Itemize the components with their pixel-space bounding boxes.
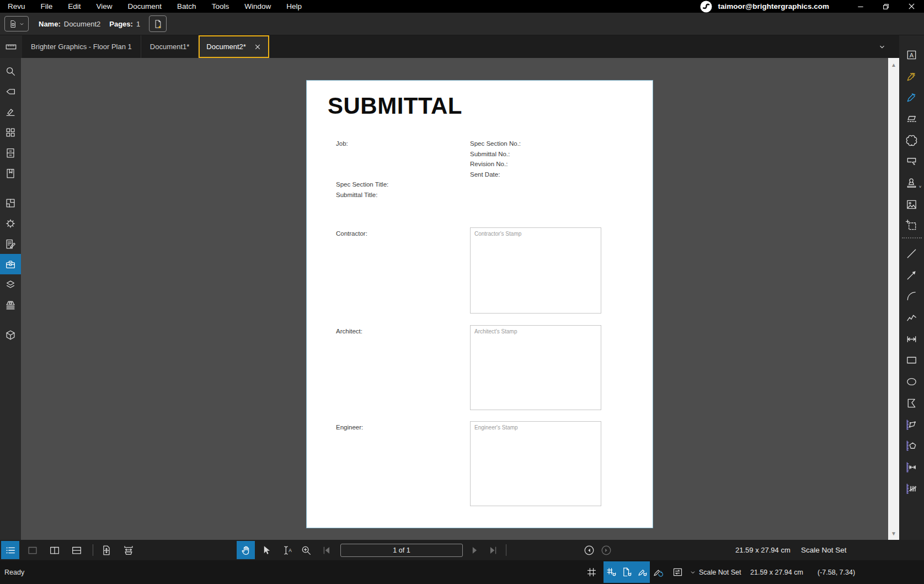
architect-stamp-field[interactable]: Architect's Stamp: [470, 325, 601, 410]
menu-window[interactable]: Window: [237, 0, 279, 13]
scale-dropdown[interactable]: Scale Not Set: [690, 560, 741, 584]
close-button[interactable]: [899, 0, 924, 13]
search-icon: [4, 65, 17, 77]
menu-edit[interactable]: Edit: [60, 0, 88, 13]
sidebar-item-tag[interactable]: [0, 81, 21, 102]
sidebar-item-thumbnails[interactable]: [0, 122, 21, 142]
snap-grid-toggle[interactable]: [603, 561, 619, 583]
markup-list-button[interactable]: [1, 541, 19, 559]
tool-arrow[interactable]: [901, 264, 923, 286]
page-indicator[interactable]: 1 of 1: [340, 544, 463, 557]
tool-ellipse[interactable]: [901, 371, 923, 392]
tool-pen-yellow[interactable]: [901, 66, 923, 87]
sidebar-item-studio[interactable]: [0, 325, 21, 345]
split-vertical-button[interactable]: [45, 541, 63, 559]
fit-page-icon: [100, 544, 113, 556]
tool-dimension[interactable]: [901, 328, 923, 350]
scale-readout[interactable]: Scale Not Set: [801, 540, 847, 560]
markup-reuse-toggle[interactable]: [650, 561, 665, 583]
last-page-button[interactable]: [484, 541, 502, 559]
sidebar-item-settings[interactable]: [0, 213, 21, 233]
menu-help[interactable]: Help: [279, 0, 309, 13]
snap-markup-toggle[interactable]: [634, 561, 650, 583]
doc-name-label: Name:: [39, 20, 61, 28]
sidebar-item-tool-chest[interactable]: [0, 254, 21, 274]
tool-note-text[interactable]: A: [901, 44, 923, 66]
menu-revu[interactable]: Revu: [0, 0, 33, 13]
engineer-stamp-field[interactable]: Engineer's Stamp: [470, 421, 601, 506]
tool-measure-area[interactable]: [901, 435, 923, 456]
menu-tools[interactable]: Tools: [204, 0, 237, 13]
arrow-icon: [905, 269, 918, 282]
sidebar-item-signature[interactable]: [0, 102, 21, 122]
previous-view-button[interactable]: [580, 541, 598, 559]
tab-floor-plan[interactable]: Brighter Graphics - Floor Plan 1: [22, 35, 141, 58]
3d-model-icon: [4, 299, 17, 311]
tool-measure-perimeter[interactable]: [901, 414, 923, 436]
minimize-button[interactable]: [848, 0, 873, 13]
scroll-down-icon[interactable]: ▼: [888, 528, 899, 539]
new-page-button[interactable]: [149, 15, 167, 32]
sidebar-item-spaces[interactable]: [0, 193, 21, 213]
sidebar-item-3d-model[interactable]: [0, 295, 21, 315]
first-page-button[interactable]: [317, 541, 335, 559]
bookmarks-icon: [4, 167, 17, 179]
tab-overflow-chevron-icon[interactable]: [878, 35, 886, 58]
menu-file[interactable]: File: [33, 0, 61, 13]
tool-cloud[interactable]: [901, 130, 923, 151]
scroll-up-icon[interactable]: ▲: [888, 59, 899, 70]
menu-batch[interactable]: Batch: [169, 0, 204, 13]
tab-close-icon[interactable]: [254, 43, 261, 51]
fit-width-button[interactable]: [119, 541, 137, 559]
ruler-icon[interactable]: [0, 35, 22, 58]
pdf-page[interactable]: SUBMITTAL Job: Spec Section No.: Submitt…: [307, 81, 653, 528]
tool-arc[interactable]: [901, 286, 923, 307]
toolbar-separator: [506, 544, 506, 556]
sidebar-item-file-access[interactable]: [0, 142, 21, 163]
image-icon: [905, 198, 918, 211]
doc-name-value: Document2: [64, 20, 100, 28]
chevron-down-icon[interactable]: ˅: [919, 184, 922, 189]
sidebar-item-search[interactable]: [0, 61, 21, 81]
next-view-button[interactable]: [597, 541, 615, 559]
markup-summary-icon: [4, 238, 17, 250]
single-pane-button[interactable]: [23, 541, 41, 559]
vertical-scrollbar[interactable]: ▲ ▼: [888, 58, 899, 540]
sidebar-item-bookmarks[interactable]: [0, 163, 21, 183]
restore-button[interactable]: [873, 0, 899, 13]
split-horizontal-button[interactable]: [67, 541, 86, 559]
tool-pen-blue[interactable]: [901, 87, 923, 108]
tool-measure-length[interactable]: [901, 456, 923, 478]
next-page-button[interactable]: [465, 541, 483, 559]
tool-callout[interactable]: [901, 151, 923, 172]
tool-polygon[interactable]: [901, 392, 923, 414]
tool-highlighter[interactable]: [901, 108, 923, 130]
zoom-button[interactable]: [297, 541, 316, 559]
sync-views-toggle[interactable]: [670, 561, 685, 583]
measure-perimeter-icon: [905, 418, 918, 431]
tool-snapshot[interactable]: [901, 215, 923, 237]
tool-line[interactable]: [901, 243, 923, 264]
sidebar-item-layers[interactable]: [0, 274, 21, 295]
tab-document1[interactable]: Document1*: [141, 35, 199, 58]
snap-document-toggle[interactable]: [619, 561, 634, 583]
sidebar-item-markup-summary[interactable]: [0, 233, 21, 254]
document-menu-button[interactable]: [4, 16, 29, 31]
menu-document[interactable]: Document: [120, 0, 170, 13]
select-text-button[interactable]: A: [277, 541, 295, 559]
fit-page-button[interactable]: [97, 541, 115, 559]
tool-measure-count[interactable]: [901, 478, 923, 500]
tool-image[interactable]: [901, 194, 923, 215]
tool-polyline[interactable]: [901, 307, 923, 328]
pan-button[interactable]: [237, 541, 255, 559]
tool-rectangle[interactable]: [901, 350, 923, 371]
tab-document2[interactable]: Document2*: [199, 35, 269, 58]
document-canvas[interactable]: SUBMITTAL Job: Spec Section No.: Submitt…: [21, 58, 888, 540]
grid-toggle[interactable]: [584, 561, 599, 583]
left-fields: Spec Section Title: Submittal Title:: [336, 179, 388, 200]
user-email[interactable]: taimoor@brightergraphics.com: [718, 2, 829, 10]
contractor-stamp-field[interactable]: Contractor's Stamp: [470, 227, 601, 314]
tool-stamp[interactable]: ˅: [901, 172, 923, 194]
menu-view[interactable]: View: [89, 0, 120, 13]
select-button[interactable]: [257, 541, 275, 559]
